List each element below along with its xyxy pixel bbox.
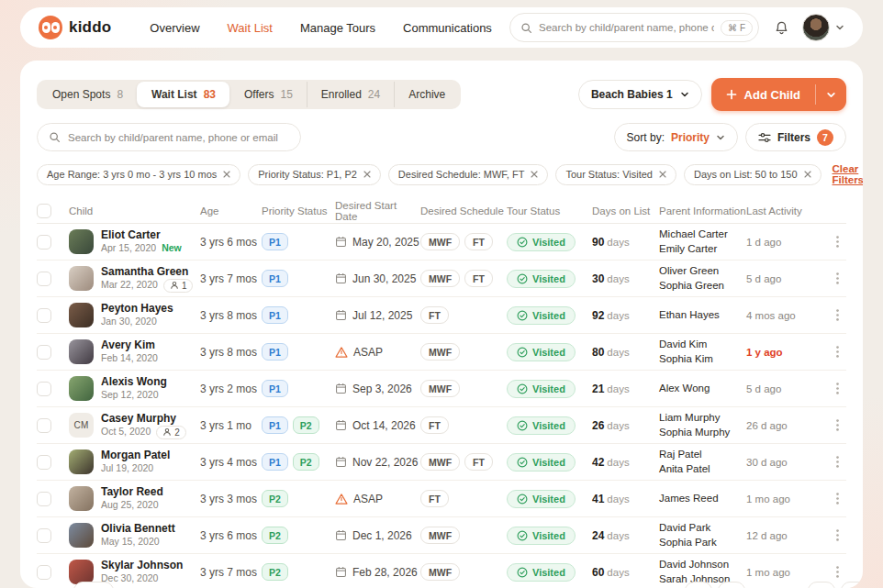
row-checkbox[interactable] (37, 382, 51, 396)
tab-offers[interactable]: Offers15 (229, 82, 307, 107)
add-child-button[interactable]: Add Child (711, 78, 815, 111)
priority-cell: P2 (262, 527, 335, 544)
siblings-count: 2 (174, 427, 180, 438)
table-row: Taylor ReedAug 25, 20203 yrs 3 mosP2ASAP… (37, 481, 846, 517)
tab-enrolled[interactable]: Enrolled24 (307, 82, 394, 107)
schedule-chip: MWF (420, 380, 460, 397)
schedule-cell: MWF (420, 380, 507, 397)
row-checkbox[interactable] (37, 272, 51, 286)
age-cell: 3 yrs 2 mos (200, 383, 262, 395)
row-checkbox[interactable] (37, 528, 51, 543)
row-menu-button[interactable] (817, 236, 846, 248)
filter-chip[interactable]: Desired Schedule: MWF, FT (388, 164, 549, 185)
row-checkbox[interactable] (37, 492, 51, 506)
filter-chip[interactable]: Priority Status: P1, P2 (248, 164, 381, 185)
nav-link-wait-list[interactable]: Wait List (228, 21, 273, 35)
row-menu-button[interactable] (817, 529, 846, 541)
logo-text: kiddo (69, 18, 111, 37)
global-search[interactable]: ⌘ F (509, 13, 759, 42)
table-row: Peyton HayesJan 30, 20203 yrs 8 mosP1Jul… (37, 297, 846, 334)
parent-name: Liam Murphy (659, 411, 746, 426)
select-all-checkbox[interactable] (37, 204, 51, 218)
sort-by-dropdown[interactable]: Sort by: Priority (614, 123, 738, 151)
table-search-input[interactable] (68, 132, 289, 143)
start-date-value: Nov 22, 2026 (352, 456, 418, 469)
visited-label: Visited (532, 237, 565, 248)
account-chevron-down-icon[interactable] (835, 23, 844, 32)
nav-link-manage-tours[interactable]: Manage Tours (300, 21, 375, 35)
filters-button[interactable]: Filters 7 (745, 123, 846, 151)
app-logo[interactable]: kiddo (39, 16, 111, 39)
pagination-page-button[interactable] (718, 582, 745, 588)
user-avatar[interactable] (802, 14, 830, 41)
location-selector[interactable]: Beach Babies 1 (578, 80, 702, 109)
row-checkbox[interactable] (37, 565, 51, 580)
last-activity-cell: 5 d ago (746, 383, 817, 394)
priority-badge-p2: P2 (293, 416, 319, 434)
child-cell: Olivia BennettMay 15, 2020 (69, 522, 200, 549)
row-checkbox[interactable] (37, 455, 51, 470)
wait-list-table: Eliot CarterApr 15, 2020New3 yrs 6 mosP1… (37, 224, 846, 588)
priority-cell: P1 (262, 270, 335, 287)
row-menu-button[interactable] (817, 566, 846, 578)
notifications-bell-icon[interactable] (774, 20, 789, 36)
list-tabs: Open Spots8Wait List83Offers15Enrolled24… (37, 80, 461, 109)
row-menu-button[interactable] (817, 272, 846, 284)
days-on-list-cell: 60days (592, 566, 659, 579)
check-circle-icon (517, 310, 528, 321)
row-menu-button[interactable] (817, 456, 846, 468)
filter-chip[interactable]: Tour Status: Visited (555, 164, 676, 185)
child-meta: Jan 30, 2020 (101, 316, 173, 328)
filter-chip[interactable]: Days on List: 50 to 150 (684, 164, 822, 185)
clear-filters-link[interactable]: Clear Filters (833, 163, 864, 185)
visited-label: Visited (532, 494, 565, 505)
row-checkbox[interactable] (37, 308, 51, 323)
row-checkbox[interactable] (37, 235, 51, 250)
table-row: Avery KimFeb 14, 20203 yrs 8 mosP1ASAPMW… (37, 334, 846, 371)
tab-archive[interactable]: Archive (394, 82, 459, 107)
tab-count: 8 (117, 88, 123, 101)
days-value: 30 (592, 272, 604, 285)
pagination-next-button[interactable] (841, 582, 863, 588)
global-search-input[interactable] (539, 22, 714, 33)
column-header: Priority Status (262, 205, 335, 216)
tab-open-spots[interactable]: Open Spots8 (39, 82, 137, 107)
child-name: Morgan Patel (101, 449, 170, 462)
rows-per-page-select[interactable] (73, 582, 114, 588)
schedule-cell: MWFFT (420, 270, 507, 287)
days-on-list-cell: 42days (592, 456, 659, 469)
parent-name: David Johnson (659, 558, 746, 572)
table-search[interactable] (37, 123, 301, 151)
row-checkbox[interactable] (37, 345, 51, 360)
pagination-prev-button[interactable] (685, 582, 712, 588)
tab-count: 24 (368, 88, 380, 101)
calendar-icon (335, 383, 347, 394)
filter-chip[interactable]: Age Range: 3 yrs 0 mo - 3 yrs 10 mos (37, 164, 240, 185)
row-menu-button[interactable] (817, 383, 846, 394)
days-value: 42 (592, 456, 604, 469)
search-icon (520, 22, 532, 34)
plus-icon (726, 89, 737, 100)
start-date-cell: Feb 28, 2026 (335, 566, 420, 579)
row-menu-button[interactable] (817, 493, 846, 505)
days-unit: days (607, 457, 629, 468)
parent-info-cell: Oliver GreenSophia Green (659, 264, 746, 293)
start-date-value: ASAP (353, 346, 383, 359)
schedule-cell: MWF (420, 563, 507, 581)
row-menu-button[interactable] (817, 309, 846, 321)
nav-link-overview[interactable]: Overview (150, 21, 199, 35)
child-dob: Oct 5, 2020 (101, 426, 151, 438)
row-checkbox[interactable] (37, 418, 51, 433)
row-menu-button[interactable] (817, 346, 846, 358)
checkbox-cell (37, 528, 69, 543)
schedule-chip: FT (420, 416, 449, 434)
child-photo-avatar (69, 266, 94, 291)
close-icon (363, 171, 371, 178)
tab-wait-list[interactable]: Wait List83 (137, 82, 229, 107)
add-child-menu-button[interactable] (816, 78, 846, 111)
pagination-page-button[interactable] (808, 582, 835, 588)
kebab-menu-icon (836, 346, 839, 358)
tab-label: Archive (408, 88, 445, 101)
row-menu-button[interactable] (817, 419, 846, 431)
nav-link-communications[interactable]: Communications (403, 21, 492, 35)
